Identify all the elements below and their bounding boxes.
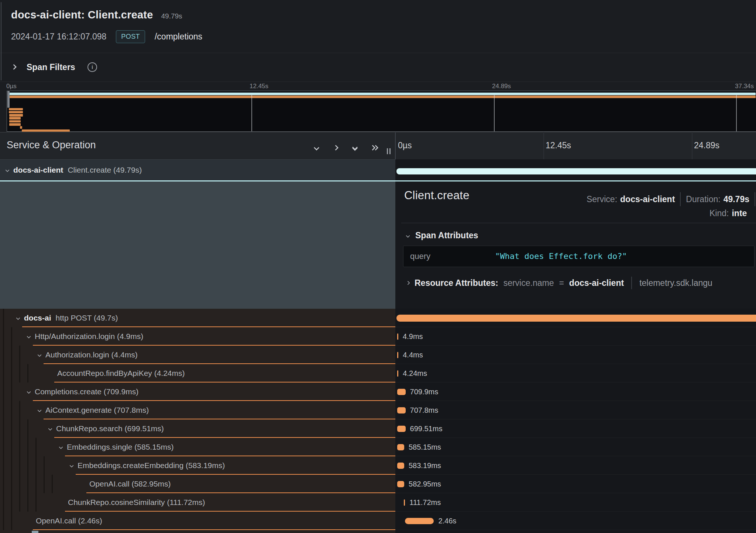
span-tree-row[interactable]: AiContext.generate (707.8ms) <box>0 401 395 419</box>
span-tree-row[interactable]: OpenAI.call (2.46s) <box>0 512 395 530</box>
span-duration-bar[interactable] <box>397 389 406 395</box>
service-value: docs-ai-client <box>620 194 675 204</box>
timeline-tick-label: 0µs <box>398 141 412 150</box>
span-filters-section[interactable]: Span Filters i <box>0 53 756 82</box>
span-timeline-row[interactable]: 707.8ms <box>395 401 756 419</box>
span-duration-bar[interactable] <box>396 315 756 322</box>
kind-label: Kind: <box>709 208 729 218</box>
span-tree-row-root[interactable]: docs-ai-clientClient.create (49.79s) <box>0 159 395 180</box>
expand-one-icon[interactable] <box>329 142 342 153</box>
minimap-axis: 0µs12.45s24.89s37.34s <box>0 82 756 91</box>
indent-guide-line <box>11 364 12 383</box>
span-timeline-row[interactable]: 4.24ms <box>395 364 756 383</box>
collapse-chevron-icon[interactable] <box>5 168 9 172</box>
span-operation-label: Embeddings.single (585.15ms) <box>67 443 174 451</box>
span-operation-label: Completions.create (709.9ms) <box>35 387 138 396</box>
column-resize-handle[interactable] <box>387 148 391 154</box>
span-duration-bar[interactable] <box>397 481 404 487</box>
span-timeline-row[interactable]: 582.95ms <box>395 475 756 493</box>
span-tree-row[interactable]: Authorization.login (4.4ms) <box>0 346 395 364</box>
resource-attr-separator <box>631 277 632 289</box>
span-operation-label: Client.create (49.79s) <box>68 166 142 174</box>
span-duration-bar[interactable] <box>396 168 756 174</box>
minimap-tick-label: 0µs <box>6 83 17 90</box>
indent-guide-line <box>19 475 20 493</box>
indent-guide-line <box>11 512 12 530</box>
minimap-span-bar <box>9 117 21 120</box>
collapse-all-icon[interactable] <box>348 142 361 153</box>
minimap[interactable] <box>7 91 756 132</box>
span-duration-label: 4.9ms <box>403 327 423 346</box>
span-duration-bar[interactable] <box>397 444 404 450</box>
span-timeline-row[interactable]: 709.9ms <box>395 383 756 401</box>
info-icon[interactable]: i <box>87 62 97 72</box>
meta-separator <box>680 192 681 206</box>
span-service-name: docs-ai-client <box>13 166 63 174</box>
span-tree-row[interactable]: Http/Authorization.login (4.9ms) <box>0 327 395 346</box>
span-tree-row[interactable]: Embeddings.single (585.15ms) <box>0 438 395 456</box>
indent-guide-line <box>27 364 28 383</box>
span-timeline-row[interactable]: 4.4ms <box>395 346 756 364</box>
minimap-tick-label: 24.89s <box>492 83 511 90</box>
indent-guide-line <box>19 401 20 419</box>
attribute-value: "What does Effect.fork do?" <box>495 246 627 267</box>
detail-span-title: Client.create <box>404 189 470 202</box>
span-timeline-row[interactable] <box>395 309 756 327</box>
span-duration-bar[interactable] <box>397 407 406 413</box>
expand-all-icon[interactable] <box>368 142 380 153</box>
collapse-chevron-icon[interactable] <box>69 463 73 467</box>
span-attributes-toggle[interactable]: Span Attributes <box>406 231 478 240</box>
collapse-chevron-icon[interactable] <box>48 426 52 430</box>
chevron-right-icon[interactable] <box>11 64 17 70</box>
span-operation-label: ChunkRepo.cosineSimilarity (111.72ms) <box>68 498 205 507</box>
span-duration-bar[interactable] <box>397 463 404 469</box>
resource-attr-more: telemetry.sdk.langu <box>639 278 712 288</box>
span-tree-row[interactable]: ChunkRepo.cosineSimilarity (111.72ms) <box>0 493 395 512</box>
indent-guide-line <box>35 475 37 493</box>
detail-panel-left-spacer <box>0 181 395 309</box>
indent-guide-line <box>3 364 4 383</box>
span-tree-rows: docs-aihttp POST (49.7s)Http/Authorizati… <box>0 309 395 533</box>
collapse-chevron-icon[interactable] <box>37 408 41 412</box>
span-duration-bar[interactable] <box>405 518 434 524</box>
span-tree-row[interactable]: Embeddings.createEmbedding (583.19ms) <box>0 456 395 475</box>
span-tree-row[interactable]: docs-aihttp POST (49.7s) <box>0 309 395 327</box>
page-title: docs-ai-client: Client.create <box>11 9 153 21</box>
span-timeline-row[interactable]: 2.46s <box>395 512 756 530</box>
collapse-chevron-icon[interactable] <box>27 390 31 394</box>
span-tree-row[interactable]: ChunkRepo.search (699.51ms) <box>0 419 395 438</box>
minimap-tick-label: 37.34s <box>735 83 754 90</box>
collapse-chevron-icon[interactable] <box>27 334 31 338</box>
collapse-one-icon[interactable] <box>310 142 323 153</box>
indent-guide-line <box>44 456 45 475</box>
span-timeline-row[interactable]: 699.51ms <box>395 419 756 438</box>
span-duration-bar[interactable] <box>397 426 405 432</box>
span-timeline-row[interactable]: 111.72ms <box>395 493 756 512</box>
span-duration-label: 707.8ms <box>410 401 439 419</box>
span-tree-row[interactable]: Completions.create (709.9ms) <box>0 383 395 401</box>
indent-guide-line <box>19 456 20 475</box>
minimap-drag-handle[interactable] <box>7 91 10 108</box>
span-duration-bar[interactable] <box>404 499 405 506</box>
indent-guide-line <box>3 456 4 475</box>
indent-guide-line <box>35 456 37 475</box>
span-duration-bar[interactable] <box>397 370 399 377</box>
indent-guide-line <box>3 401 4 419</box>
span-operation-label: OpenAI.call (582.95ms) <box>89 480 171 488</box>
span-duration-bar[interactable] <box>397 352 399 358</box>
collapse-chevron-icon[interactable] <box>37 353 41 357</box>
span-timeline-row-root[interactable] <box>395 159 756 180</box>
indent-guide-line <box>3 383 4 401</box>
indent-guide-line <box>11 475 12 493</box>
collapse-chevron-icon[interactable] <box>16 316 20 320</box>
collapse-chevron-icon[interactable] <box>59 445 63 449</box>
span-timeline-row[interactable]: 583.19ms <box>395 456 756 475</box>
resource-attr-value: docs-ai-client <box>569 278 624 288</box>
span-timeline-row[interactable]: 4.9ms <box>395 327 756 346</box>
span-timeline-row[interactable]: 585.15ms <box>395 438 756 456</box>
span-duration-bar[interactable] <box>397 333 399 340</box>
span-tree-row[interactable]: OpenAI.call (582.95ms) <box>0 475 395 493</box>
span-tree-row[interactable]: AccountRepo.findByApiKey (4.24ms) <box>0 364 395 383</box>
resource-attributes-toggle[interactable]: Resource Attributes: service.name = docs… <box>406 277 712 289</box>
minimap-gridline <box>251 95 252 131</box>
